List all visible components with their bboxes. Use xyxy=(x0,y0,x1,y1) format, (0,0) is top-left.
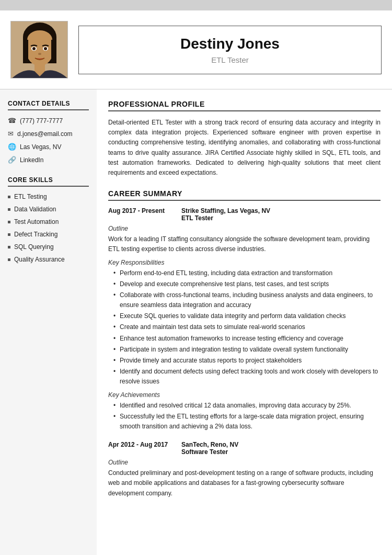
email-text: d.jones@email.com xyxy=(17,130,73,138)
list-item: Perform end-to-end ETL testing, includin… xyxy=(113,268,381,278)
linkedin-text: LinkedIn xyxy=(20,156,43,164)
main-content: PROFESSIONAL PROFILE Detail-oriented ETL… xyxy=(97,89,392,555)
svg-point-4 xyxy=(27,30,52,49)
skill-bullet-icon xyxy=(8,221,10,223)
skill-test-automation: Test Automation xyxy=(8,218,89,225)
profile-section: PROFESSIONAL PROFILE Detail-oriented ETL… xyxy=(108,100,381,178)
list-item: Successfully led the ETL testing efforts… xyxy=(113,412,381,432)
list-item: Develop and execute comprehensive test p… xyxy=(113,279,381,289)
profile-section-title: PROFESSIONAL PROFILE xyxy=(108,100,381,111)
sidebar: CONTACT DETAILS ☎ (777) 777-7777 ✉ d.jon… xyxy=(0,89,97,555)
phone-icon: ☎ xyxy=(8,117,16,124)
skill-bullet-icon xyxy=(8,246,10,248)
list-item: Participate in system and integration te… xyxy=(113,345,381,355)
profile-text: Detail-oriented ETL Tester with a strong… xyxy=(108,118,381,178)
resume-page: Destiny Jones ETL Tester CONTACT DETAILS… xyxy=(0,10,392,555)
achievements-list-1: Identified and resolved critical 12 data… xyxy=(108,401,381,432)
list-item: Identify and document defects using defe… xyxy=(113,367,381,387)
skill-label: Test Automation xyxy=(14,218,59,225)
company-name-1: Strike Staffing, Las Vegas, NV xyxy=(181,207,381,214)
contact-linkedin: 🔗 LinkedIn xyxy=(8,156,89,164)
career-company-role-1: Strike Staffing, Las Vegas, NV ETL Teste… xyxy=(181,207,381,222)
location-icon: 🌐 xyxy=(8,143,16,151)
outline-text-1: Work for a leading IT staffing consultan… xyxy=(108,234,381,254)
outline-text-2: Conducted preliminary and post-developme… xyxy=(108,468,381,499)
main-layout: CONTACT DETAILS ☎ (777) 777-7777 ✉ d.jon… xyxy=(0,89,392,555)
header-info-box: Destiny Jones ETL Tester xyxy=(78,26,382,74)
skill-bullet-icon xyxy=(8,258,10,261)
list-item: Create and maintain test data sets to si… xyxy=(113,322,381,332)
skill-bullet-icon xyxy=(8,208,10,211)
linkedin-icon: 🔗 xyxy=(8,156,16,164)
email-icon: ✉ xyxy=(8,130,14,138)
list-item: Collaborate with cross-functional teams,… xyxy=(113,290,381,310)
phone-text: (777) 777-7777 xyxy=(20,117,63,124)
skill-label: SQL Querying xyxy=(14,243,54,251)
contact-location: 🌐 Las Vegas, NV xyxy=(8,143,89,151)
skill-label: Defect Tracking xyxy=(14,231,57,238)
svg-point-8 xyxy=(44,47,47,50)
skill-defect-tracking: Defect Tracking xyxy=(8,231,89,238)
list-item: Identified and resolved critical 12 data… xyxy=(113,401,381,411)
contact-phone: ☎ (777) 777-7777 xyxy=(8,117,89,124)
skill-bullet-icon xyxy=(8,196,10,198)
outline-label-2: Outline xyxy=(108,459,381,466)
responsibilities-list-1: Perform end-to-end ETL testing, includin… xyxy=(108,268,381,387)
svg-point-7 xyxy=(32,47,36,50)
career-header-2: Apr 2012 - Aug 2017 SanTech, Reno, NV So… xyxy=(108,441,381,456)
list-item: Execute SQL queries to validate data int… xyxy=(113,311,381,321)
career-section-title: CAREER SUMMARY xyxy=(108,189,381,201)
resume-header: Destiny Jones ETL Tester xyxy=(0,10,392,89)
profile-photo xyxy=(10,21,68,78)
skill-etl-testing: ETL Testing xyxy=(8,193,89,200)
candidate-title: ETL Tester xyxy=(89,55,371,64)
skill-bullet-icon xyxy=(8,233,10,236)
list-item: Provide timely and accurate status repor… xyxy=(113,356,381,366)
company-name-2: SanTech, Reno, NV xyxy=(181,441,381,448)
career-header-1: Aug 2017 - Present Strike Staffing, Las … xyxy=(108,207,381,222)
contact-section-title: CONTACT DETAILS xyxy=(8,100,89,110)
candidate-name: Destiny Jones xyxy=(89,36,371,52)
skill-label: Quality Assurance xyxy=(14,256,65,263)
location-text: Las Vegas, NV xyxy=(20,143,61,151)
skill-quality-assurance: Quality Assurance xyxy=(8,256,89,263)
skills-section: CORE SKILLS ETL Testing Data Validation … xyxy=(8,176,89,263)
job-title-1: ETL Tester xyxy=(181,214,381,222)
achievements-label-1: Key Achievements xyxy=(108,391,381,399)
skill-data-validation: Data Validation xyxy=(8,206,89,213)
svg-rect-11 xyxy=(23,40,28,63)
career-section: CAREER SUMMARY Aug 2017 - Present Strike… xyxy=(108,189,381,499)
job-title-2: Software Tester xyxy=(181,448,381,456)
career-company-role-2: SanTech, Reno, NV Software Tester xyxy=(181,441,381,456)
skills-section-title: CORE SKILLS xyxy=(8,176,89,187)
svg-rect-12 xyxy=(51,40,56,63)
career-entry-2: Apr 2012 - Aug 2017 SanTech, Reno, NV So… xyxy=(108,441,381,499)
list-item: Enhance test automation frameworks to in… xyxy=(113,334,381,344)
responsibilities-label-1: Key Responsibilities xyxy=(108,259,381,266)
career-entry-1: Aug 2017 - Present Strike Staffing, Las … xyxy=(108,207,381,432)
outline-label-1: Outline xyxy=(108,225,381,232)
skill-label: Data Validation xyxy=(14,206,56,213)
career-dates-2: Apr 2012 - Aug 2017 xyxy=(108,441,181,448)
skill-sql-querying: SQL Querying xyxy=(8,243,89,251)
contact-email: ✉ d.jones@email.com xyxy=(8,130,89,138)
svg-point-9 xyxy=(38,53,41,55)
career-dates-1: Aug 2017 - Present xyxy=(108,207,181,214)
skill-label: ETL Testing xyxy=(14,193,47,200)
